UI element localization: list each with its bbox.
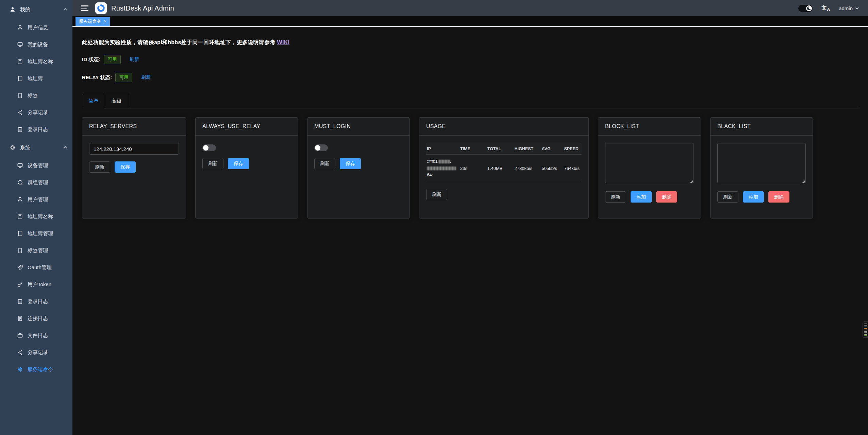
- translate-icon[interactable]: 文A: [821, 5, 830, 12]
- sidebar-item-登录日志[interactable]: 登录日志: [0, 121, 72, 138]
- username: admin: [839, 5, 853, 11]
- tab-simple[interactable]: 简单: [82, 94, 105, 108]
- sidebar-item-地址簿管理[interactable]: 地址簿管理: [0, 225, 72, 242]
- card-must-login: MUST_LOGIN 刷新 保存: [307, 117, 410, 219]
- monitor-icon: [17, 162, 23, 169]
- must-login-refresh-button[interactable]: 刷新: [314, 158, 335, 169]
- tab-label: 服务端命令: [79, 18, 101, 24]
- clipboard-icon: [17, 126, 23, 133]
- sidebar-section-mine[interactable]: 我的: [0, 0, 72, 19]
- moon-icon: [807, 6, 811, 10]
- sidebar-item-服务端命令[interactable]: 服务端命令: [0, 361, 72, 378]
- notebook-icon: [17, 75, 23, 82]
- black-list-delete-button[interactable]: 删除: [768, 191, 789, 203]
- main-content: 此处功能为实验性质，请确保api和hbbs处于同一回环地址下，更多说明请参考 W…: [72, 28, 868, 435]
- card-block-list: BLOCK_LIST 刷新 添加 删除: [598, 117, 701, 219]
- relay-status-label: RELAY 状态:: [82, 74, 112, 81]
- user-menu[interactable]: admin: [839, 5, 858, 11]
- dark-mode-toggle[interactable]: [798, 5, 813, 12]
- card-title: USAGE: [419, 118, 588, 136]
- sidebar-item-标签管理[interactable]: 标签管理: [0, 242, 72, 259]
- sidebar-item-用户管理[interactable]: 用户管理: [0, 191, 72, 208]
- sidebar-item-用户Token[interactable]: 用户Token: [0, 276, 72, 293]
- clipboard-icon: [17, 298, 23, 304]
- usage-avg-cell: 505kb/s: [541, 155, 563, 182]
- top-navbar: RustDesk Api Admin 文A admin: [72, 0, 868, 16]
- relay-save-button[interactable]: 保存: [115, 161, 136, 173]
- sidebar-item-标签[interactable]: 标签: [0, 87, 72, 104]
- sidebar: 我的 用户信息 我的设备 地址簿名称 地址簿 标签 分享记录 登录日志: [0, 0, 72, 435]
- sidebar-item-登录日志[interactable]: 登录日志: [0, 293, 72, 310]
- sidebar-item-群组管理[interactable]: 群组管理: [0, 174, 72, 191]
- id-refresh-link[interactable]: 刷新: [130, 56, 139, 63]
- block-list-add-button[interactable]: 添加: [631, 191, 652, 203]
- sidebar-section-system[interactable]: 系统: [0, 138, 72, 157]
- relay-servers-input[interactable]: [89, 143, 179, 155]
- monitor-icon: [17, 41, 23, 48]
- usage-speed-cell: 764kb/s: [563, 155, 582, 182]
- always-use-relay-refresh-button[interactable]: 刷新: [202, 158, 223, 169]
- address-book-icon: [17, 213, 23, 220]
- sidebar-item-连接日志[interactable]: 连接日志: [0, 310, 72, 327]
- sidebar-item-我的设备[interactable]: 我的设备: [0, 36, 72, 53]
- col-total: TOTAL: [487, 143, 514, 155]
- settings-cards: RELAY_SERVERS 刷新 保存 ALWAYS_USE_RELAY 刷新: [82, 117, 858, 219]
- block-list-textarea[interactable]: [605, 143, 694, 183]
- sidebar-item-文件日志[interactable]: 文件日志: [0, 327, 72, 344]
- sidebar-item-地址簿名称[interactable]: 地址簿名称: [0, 208, 72, 225]
- sidebar-item-设备管理[interactable]: 设备管理: [0, 157, 72, 174]
- address-book-icon: [17, 58, 23, 65]
- always-use-relay-switch[interactable]: [202, 144, 216, 151]
- card-usage: USAGE IP TIME TOTAL HIGHEST AVG SPEED: [419, 117, 589, 219]
- must-login-switch[interactable]: [314, 144, 328, 151]
- redacted-ip-segment: [438, 160, 450, 163]
- app-window: 我的 用户信息 我的设备 地址簿名称 地址簿 标签 分享记录 登录日志: [0, 0, 868, 435]
- always-use-relay-save-button[interactable]: 保存: [228, 158, 249, 169]
- share-icon: [17, 109, 23, 116]
- sidebar-item-用户信息[interactable]: 用户信息: [0, 19, 72, 36]
- chat-icon: [17, 179, 23, 186]
- tags-view-bar: 服务端命令 ×: [72, 16, 868, 27]
- sidebar-item-Oauth管理[interactable]: Oauth管理: [0, 259, 72, 276]
- card-title: BLACK_LIST: [711, 118, 813, 136]
- tab-server-command[interactable]: 服务端命令 ×: [76, 17, 110, 26]
- usage-table: IP TIME TOTAL HIGHEST AVG SPEED: [426, 143, 582, 182]
- sidebar-item-分享记录[interactable]: 分享记录: [0, 104, 72, 121]
- user-icon: [17, 24, 23, 31]
- sidebar-item-地址簿[interactable]: 地址簿: [0, 70, 72, 87]
- experimental-notice: 此处功能为实验性质，请确保api和hbbs处于同一回环地址下，更多说明请参考 W…: [82, 39, 858, 46]
- block-list-refresh-button[interactable]: 刷新: [605, 191, 626, 203]
- usage-ip-cell: ::ffff:1. 64:: [426, 155, 460, 182]
- id-status-row: ID 状态: 可用 刷新: [82, 55, 858, 64]
- gear-filled-icon: [17, 366, 23, 372]
- minimap-overlay: [863, 321, 868, 338]
- card-always-use-relay: ALWAYS_USE_RELAY 刷新 保存: [195, 117, 298, 219]
- sidebar-item-地址簿名称[interactable]: 地址簿名称: [0, 53, 72, 70]
- card-title: RELAY_SERVERS: [82, 118, 186, 136]
- chevron-up-icon: [63, 8, 67, 12]
- tab-advanced[interactable]: 高级: [105, 94, 128, 108]
- relay-refresh-button[interactable]: 刷新: [89, 161, 110, 173]
- mode-tabs: 简单 高级: [82, 94, 858, 108]
- must-login-save-button[interactable]: 保存: [340, 158, 361, 169]
- key-icon: [17, 281, 23, 288]
- black-list-add-button[interactable]: 添加: [743, 191, 764, 203]
- relay-status-badge: 可用: [115, 73, 132, 82]
- usage-refresh-button[interactable]: 刷新: [426, 189, 447, 200]
- bookmark-icon: [17, 92, 23, 99]
- usage-time-cell: 23s: [460, 155, 487, 182]
- close-icon[interactable]: ×: [104, 19, 106, 24]
- chevron-down-icon: [855, 6, 859, 10]
- chevron-up-icon: [63, 146, 67, 150]
- relay-refresh-link[interactable]: 刷新: [141, 74, 150, 81]
- id-status-badge: 可用: [104, 55, 121, 64]
- sidebar-item-分享记录[interactable]: 分享记录: [0, 344, 72, 361]
- bookmark-icon: [17, 247, 23, 254]
- black-list-textarea[interactable]: [717, 143, 806, 183]
- card-black-list: BLACK_LIST 刷新 添加 删除: [710, 117, 813, 219]
- block-list-delete-button[interactable]: 删除: [656, 191, 677, 203]
- black-list-refresh-button[interactable]: 刷新: [717, 191, 738, 203]
- wiki-link[interactable]: WIKI: [277, 39, 289, 45]
- col-avg: AVG: [541, 143, 563, 155]
- hamburger-menu-icon[interactable]: [81, 5, 88, 11]
